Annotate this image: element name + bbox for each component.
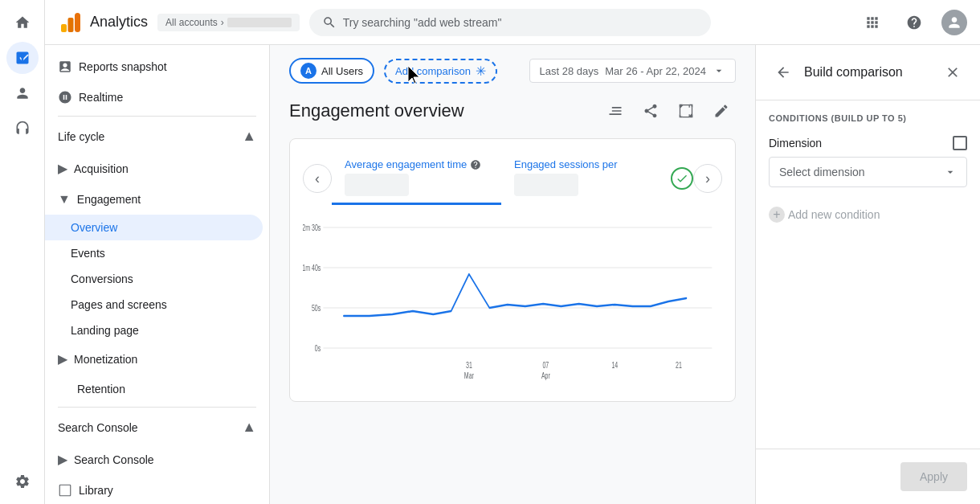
edit-button[interactable] [707,96,736,125]
svg-text:2m 30s: 2m 30s [303,223,321,232]
chart-next-button[interactable]: › [693,164,722,193]
svg-rect-3 [61,24,67,32]
sidebar-item-monetization[interactable]: ▶ Monetization [45,343,263,375]
sidebar-item-conversions[interactable]: Conversions [45,266,263,292]
library-icon [58,483,72,498]
compare-button[interactable] [672,96,700,125]
all-users-label: All Users [321,65,363,77]
svg-text:31: 31 [466,360,472,370]
help-circle-icon [470,159,481,170]
sidebar: Reports snapshot Realtime Life cycle ▲ ▶… [45,45,270,504]
svg-rect-5 [75,13,80,32]
chip-avatar: A [300,63,316,79]
avg-engagement-title: Average engagement time [345,158,488,170]
conditions-label: CONDITIONS (BUILD UP TO 5) [769,113,967,123]
svg-text:0s: 0s [315,343,321,353]
app-logo[interactable]: Analytics [58,10,148,35]
svg-rect-0 [18,56,20,61]
right-panel-title: Build comparison [804,65,932,80]
engaged-sessions-value [514,174,578,196]
sidebar-item-acquisition[interactable]: ▶ Acquisition [45,153,263,184]
close-panel-button[interactable] [938,58,967,87]
svg-text:50s: 50s [312,303,321,313]
chart-metric-engaged-sessions[interactable]: Engaged sessions per [501,152,671,205]
chart-metric-avg-engagement[interactable]: Average engagement time [332,152,501,205]
chart-prev-button[interactable]: ‹ [303,164,332,193]
sidebar-item-library[interactable]: Library [45,475,263,504]
dimension-row: Dimension [769,136,967,150]
add-comparison-button[interactable]: Add comparison ✳ [384,59,497,84]
sidebar-item-reports-snapshot[interactable]: Reports snapshot [45,51,263,82]
check-icon [671,167,693,190]
page-title-actions [601,96,736,125]
svg-text:07: 07 [542,360,549,370]
sidebar-item-search-console[interactable]: ▶ Search Console [45,444,263,475]
svg-text:Mar: Mar [464,371,474,380]
svg-rect-4 [68,18,74,32]
search-bar[interactable]: Try searching "add web stream" [309,9,711,36]
dimension-label: Dimension [769,137,822,150]
select-chevron-icon [944,166,957,178]
sidebar-item-overview[interactable]: Overview [45,215,263,240]
settings-icon[interactable] [6,465,39,498]
sidebar-divider-1 [58,116,256,117]
help-button[interactable] [900,8,929,37]
svg-text:14: 14 [611,360,618,370]
realtime-icon [58,90,72,104]
loading-spinner-icon: ✳ [476,64,486,79]
home-icon[interactable] [6,6,39,39]
page-title: Engagement overview [289,100,464,121]
dimension-select[interactable]: Select dimension [769,157,967,187]
date-chevron-icon [713,64,725,77]
account-breadcrumb[interactable]: All accounts › [157,14,300,31]
sidebar-item-events[interactable]: Events [45,240,263,266]
search-console-collapse-icon: ▲ [242,419,256,436]
search-console-header[interactable]: Search Console ▲ [45,411,269,444]
share-button[interactable] [636,96,665,125]
dimension-checkbox[interactable] [953,136,967,150]
user-avatar[interactable] [941,10,967,35]
content-area: A All Users Add comparison ✳ Last 28 day… [270,45,755,504]
chart-metrics-row: ‹ Average engagement time Engaged sessio… [303,152,722,205]
comparison-bar: A All Users Add comparison ✳ Last 28 day… [289,58,736,84]
svg-text:1m 40s: 1m 40s [303,263,321,272]
sidebar-divider-2 [58,407,256,408]
lifecycle-collapse-icon: ▲ [242,128,256,145]
apply-button[interactable]: Apply [900,462,967,491]
top-header: Analytics All accounts › Try searching "… [45,0,980,45]
icon-rail [0,0,45,504]
all-users-chip[interactable]: A All Users [289,58,374,84]
sidebar-item-engagement[interactable]: ▼ Engagement [45,184,269,215]
page-title-row: Engagement overview [289,96,736,125]
main-layout: Reports snapshot Realtime Life cycle ▲ ▶… [45,45,980,504]
sidebar-item-realtime[interactable]: Realtime [45,82,263,113]
add-condition-label: Add new condition [788,208,880,221]
svg-text:Apr: Apr [541,371,550,380]
svg-text:21: 21 [676,360,682,370]
person-icon[interactable] [6,77,39,109]
search-placeholder: Try searching "add web stream" [343,16,502,29]
sidebar-item-retention[interactable]: Retention [45,375,263,404]
avg-engagement-value [345,174,409,196]
headset-icon[interactable] [6,113,39,145]
acquisition-expand-icon: ▶ [58,161,67,176]
date-range-selector[interactable]: Last 28 days Mar 26 - Apr 22, 2024 [529,59,736,83]
right-panel-footer: Apply [756,449,980,504]
reports-snapshot-label: Reports snapshot [79,60,167,73]
search-icon [322,15,337,30]
account-name-redacted [227,18,292,27]
customize-chart-button[interactable] [601,96,630,125]
apps-button[interactable] [858,8,887,37]
analytics-icon[interactable] [6,42,39,74]
add-condition-button: + Add new condition [769,200,967,229]
chart-card: ‹ Average engagement time Engaged sessio… [289,138,736,402]
back-button[interactable] [769,58,798,87]
plus-icon: + [769,207,785,223]
svg-rect-1 [21,55,23,61]
right-panel: Build comparison CONDITIONS (BUILD UP TO… [755,45,980,504]
sidebar-item-landing-page[interactable]: Landing page [45,318,263,343]
app-title: Analytics [90,14,148,31]
sidebar-item-pages-screens[interactable]: Pages and screens [45,292,263,318]
lifecycle-header[interactable]: Life cycle ▲ [45,120,269,153]
right-panel-body: CONDITIONS (BUILD UP TO 5) Dimension Sel… [756,100,980,449]
